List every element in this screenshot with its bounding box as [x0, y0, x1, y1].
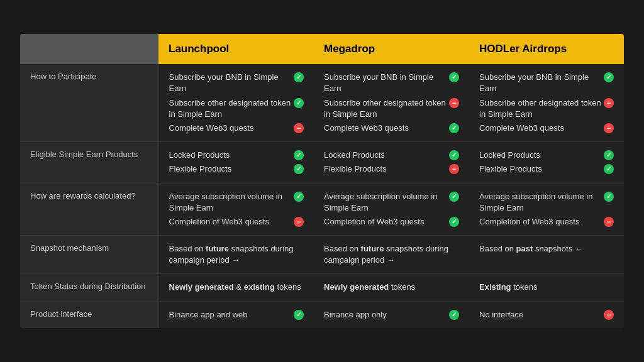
item-line: Average subscription volume in Simple Ea…: [324, 191, 459, 214]
item-line: Locked Products: [169, 150, 304, 161]
minus-icon: [604, 310, 614, 320]
item-line: Binance app only: [324, 309, 459, 321]
row-5-col-0: Binance app and web: [158, 301, 314, 328]
check-icon: [604, 150, 614, 160]
check-icon: [294, 164, 304, 174]
minus-icon: [449, 98, 459, 108]
check-icon: [294, 72, 304, 82]
item-line: Completion of Web3 quests: [324, 216, 459, 228]
minus-icon: [294, 217, 304, 227]
item-text: Average subscription volume in Simple Ea…: [169, 191, 292, 214]
check-icon: [449, 72, 459, 82]
item-text: Locked Products: [479, 150, 601, 161]
item-text: Flexible Products: [169, 163, 292, 175]
row-3-col-1: Based on future snapshots during campaig…: [314, 236, 469, 274]
item-text: Flexible Products: [479, 163, 601, 175]
row-1-col-2: Locked ProductsFlexible Products: [469, 142, 624, 183]
item-text: Subscribe other designated token in Simp…: [324, 97, 447, 120]
row-2-col-1: Average subscription volume in Simple Ea…: [314, 183, 469, 236]
check-icon: [449, 123, 459, 133]
row-3-col-2: Based on past snapshots ←: [469, 236, 624, 274]
item-text: Complete Web3 quests: [479, 123, 601, 134]
item-line: No interface: [479, 309, 614, 321]
minus-icon: [604, 98, 614, 108]
check-icon: [604, 164, 614, 174]
item-line: Flexible Products: [324, 163, 459, 175]
row-4-col-0: Newly generated & existing tokens: [158, 274, 314, 301]
item-text: Locked Products: [169, 150, 292, 161]
item-line: Flexible Products: [169, 163, 304, 175]
header-megadrop: Megadrop: [314, 34, 469, 64]
item-line: Complete Web3 quests: [479, 123, 614, 134]
row-1-col-1: Locked ProductsFlexible Products: [314, 142, 469, 183]
item-line: Subscribe your BNB in Simple Earn: [169, 72, 304, 94]
item-text: Subscribe your BNB in Simple Earn: [169, 72, 292, 94]
item-line: Locked Products: [324, 150, 459, 161]
item-line: Complete Web3 quests: [169, 123, 304, 134]
check-icon: [449, 192, 459, 202]
check-icon: [294, 98, 304, 108]
item-text: Subscribe other designated token in Simp…: [479, 97, 601, 120]
check-icon: [294, 310, 304, 320]
item-line: Completion of Web3 quests: [479, 216, 614, 228]
row-3-col-0: Based on future snapshots during campaig…: [158, 236, 314, 274]
item-line: Complete Web3 quests: [324, 123, 459, 134]
item-line: Average subscription volume in Simple Ea…: [169, 191, 304, 214]
row-label-1: Eligible Simple Earn Products: [20, 142, 158, 183]
item-text: Completion of Web3 quests: [169, 216, 292, 228]
item-text: Subscribe other designated token in Simp…: [169, 97, 292, 120]
row-0-col-1: Subscribe your BNB in Simple EarnSubscri…: [314, 64, 469, 141]
header-hodler-airdrops: HODLer Airdrops: [469, 34, 624, 64]
check-icon: [449, 217, 459, 227]
check-icon: [294, 192, 304, 202]
item-line: Completion of Web3 quests: [169, 216, 304, 228]
header-launchpool: Launchpool: [158, 34, 314, 64]
row-label-0: How to Participate: [20, 64, 158, 141]
row-5-col-2: No interface: [469, 301, 624, 328]
item-text: Average subscription volume in Simple Ea…: [479, 191, 601, 214]
row-0-col-2: Subscribe your BNB in Simple EarnSubscri…: [469, 64, 624, 141]
minus-icon: [294, 123, 304, 133]
row-label-3: Snapshot mechanism: [20, 236, 158, 274]
row-label-4: Token Status during Distribution: [20, 274, 158, 301]
header-empty: [20, 34, 158, 64]
minus-icon: [449, 164, 459, 174]
item-text: Subscribe your BNB in Simple Earn: [479, 72, 601, 94]
item-line: Locked Products: [479, 150, 614, 161]
check-icon: [294, 150, 304, 160]
item-text: Average subscription volume in Simple Ea…: [324, 191, 447, 214]
row-4-col-1: Newly generated tokens: [314, 274, 469, 301]
row-label-2: How are rewards calculated?: [20, 183, 158, 236]
row-1-col-0: Locked ProductsFlexible Products: [158, 142, 314, 183]
item-text: Binance app only: [324, 309, 447, 321]
item-line: Binance app and web: [169, 309, 304, 321]
item-line: Subscribe your BNB in Simple Earn: [324, 72, 459, 94]
row-4-col-2: Existing tokens: [469, 274, 624, 301]
item-text: Flexible Products: [324, 163, 447, 175]
check-icon: [604, 192, 614, 202]
item-text: No interface: [479, 309, 601, 321]
row-label-5: Product interface: [20, 301, 158, 328]
item-line: Subscribe other designated token in Simp…: [324, 97, 459, 120]
row-5-col-1: Binance app only: [314, 301, 469, 328]
item-text: Locked Products: [324, 150, 447, 161]
item-line: Subscribe other designated token in Simp…: [479, 97, 614, 120]
row-2-col-0: Average subscription volume in Simple Ea…: [158, 183, 314, 236]
minus-icon: [604, 217, 614, 227]
item-text: Completion of Web3 quests: [479, 216, 601, 228]
item-text: Completion of Web3 quests: [324, 216, 447, 228]
item-line: Flexible Products: [479, 163, 614, 175]
item-line: Average subscription volume in Simple Ea…: [479, 191, 614, 214]
comparison-table: Launchpool Megadrop HODLer Airdrops How …: [20, 34, 624, 328]
item-text: Subscribe your BNB in Simple Earn: [324, 72, 447, 94]
item-line: Subscribe your BNB in Simple Earn: [479, 72, 614, 94]
check-icon: [604, 72, 614, 82]
minus-icon: [604, 123, 614, 133]
row-2-col-2: Average subscription volume in Simple Ea…: [469, 183, 624, 236]
item-text: Binance app and web: [169, 309, 292, 321]
check-icon: [449, 150, 459, 160]
item-line: Subscribe other designated token in Simp…: [169, 97, 304, 120]
check-icon: [449, 310, 459, 320]
row-0-col-0: Subscribe your BNB in Simple EarnSubscri…: [158, 64, 314, 141]
item-text: Complete Web3 quests: [324, 123, 447, 134]
